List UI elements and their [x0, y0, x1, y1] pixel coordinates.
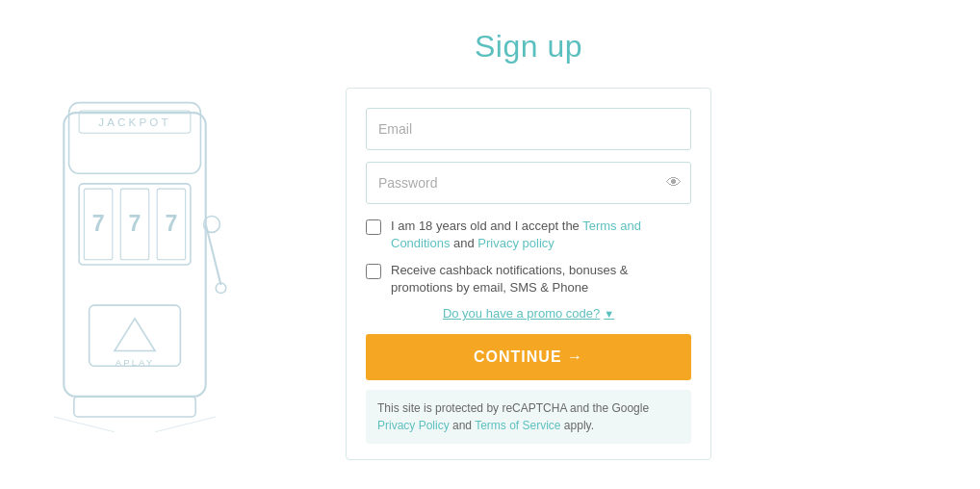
promo-arrow-icon: ▼: [604, 308, 614, 320]
cashback-checkbox-row: Receive cashback notifications, bonuses …: [366, 262, 691, 296]
cashback-label: Receive cashback notifications, bonuses …: [391, 262, 691, 296]
slot-machine-illustration: JACKPOT 7 7 7 APLAY: [29, 52, 241, 437]
terms-label: I am 18 years old and I accept the Terms…: [391, 218, 691, 252]
privacy-link[interactable]: Privacy policy: [477, 236, 554, 250]
cashback-checkbox[interactable]: [366, 264, 381, 279]
password-wrapper: 👁: [366, 162, 691, 204]
recaptcha-tos-link[interactable]: Terms of Service: [475, 419, 560, 432]
recaptcha-privacy-link[interactable]: Privacy Policy: [377, 419, 450, 432]
svg-rect-0: [64, 113, 205, 397]
continue-label: CONTINUE →: [474, 348, 583, 366]
continue-button[interactable]: CONTINUE →: [366, 334, 691, 380]
recaptcha-notice: This site is protected by reCAPTCHA and …: [366, 390, 691, 444]
form-container: 👁 I am 18 years old and I accept the Ter…: [346, 88, 711, 461]
svg-text:7: 7: [165, 211, 177, 236]
signup-form-area: Sign up 👁 I am 18 years old and I accept…: [346, 29, 711, 461]
page-title: Sign up: [475, 29, 582, 64]
recaptcha-and: and: [450, 419, 475, 432]
svg-text:APLAY: APLAY: [116, 357, 154, 368]
svg-rect-17: [74, 397, 195, 417]
recaptcha-end: apply.: [561, 419, 594, 432]
recaptcha-text-start: This site is protected by reCAPTCHA and …: [377, 401, 649, 415]
svg-text:JACKPOT: JACKPOT: [98, 116, 170, 128]
svg-line-19: [155, 417, 216, 432]
promo-code-label: Do you have a promo code?: [443, 306, 600, 321]
svg-text:7: 7: [129, 211, 142, 236]
toggle-password-icon[interactable]: 👁: [666, 174, 682, 192]
terms-checkbox-row: I am 18 years old and I accept the Terms…: [366, 218, 691, 252]
svg-line-12: [206, 224, 221, 285]
svg-text:7: 7: [92, 211, 105, 236]
promo-code-toggle[interactable]: Do you have a promo code? ▼: [366, 306, 691, 321]
email-field[interactable]: [366, 108, 691, 150]
svg-line-18: [54, 417, 115, 432]
svg-marker-15: [115, 319, 155, 351]
password-field[interactable]: [366, 162, 691, 204]
terms-checkbox[interactable]: [366, 219, 381, 235]
page-wrapper: JACKPOT 7 7 7 APLAY: [0, 0, 980, 489]
